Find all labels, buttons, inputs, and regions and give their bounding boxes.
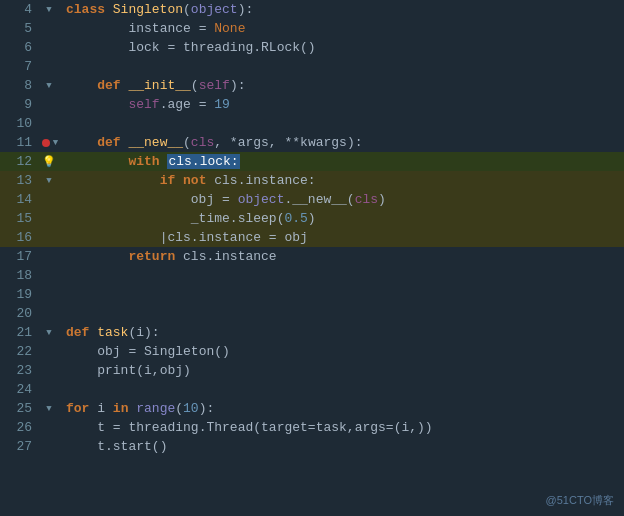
code-line-27: 27 t.start() [0,437,624,456]
code-line-5: 5 instance = None [0,19,624,38]
fold-icon-13[interactable]: ▼ [46,176,51,186]
line-num-19: 19 [0,287,38,302]
code-content-23: print(i,obj) [60,363,191,378]
gutter-13: ▼ [38,176,60,186]
code-content-19 [60,287,74,302]
line-num-8: 8 [0,78,38,93]
gutter-25: ▼ [38,404,60,414]
code-content-11: def __new__(cls, *args, **kwargs): [60,135,363,150]
gutter-8: ▼ [38,81,60,91]
code-line-11: 11 ▼ def __new__(cls, *args, **kwargs): [0,133,624,152]
gutter-12: 💡 [38,155,60,168]
code-content-4: class Singleton(object): [60,2,253,17]
line-num-16: 16 [0,230,38,245]
gutter-11: ▼ [38,138,60,148]
code-line-22: 22 obj = Singleton() [0,342,624,361]
code-line-19: 19 [0,285,624,304]
code-content-16: |cls.instance = obj [60,230,308,245]
code-line-7: 7 [0,57,624,76]
line-num-6: 6 [0,40,38,55]
line-num-20: 20 [0,306,38,321]
line-num-26: 26 [0,420,38,435]
code-editor: 4 ▼ class Singleton(object): 5 instance … [0,0,624,516]
code-line-9: 9 self.age = 19 [0,95,624,114]
code-content-21: def task(i): [60,325,160,340]
fold-icon-4[interactable]: ▼ [46,5,51,15]
code-line-23: 23 print(i,obj) [0,361,624,380]
code-content-7 [60,59,74,74]
code-line-20: 20 [0,304,624,323]
fold-icon-8[interactable]: ▼ [46,81,51,91]
code-line-16: 16 |cls.instance = obj [0,228,624,247]
code-line-17: 17 return cls.instance [0,247,624,266]
code-content-13: if not cls.instance: [60,173,316,188]
line-num-24: 24 [0,382,38,397]
code-content-24 [60,382,74,397]
debug-dot-11 [42,139,50,147]
line-num-13: 13 [0,173,38,188]
code-content-20 [60,306,74,321]
code-line-14: 14 obj = object.__new__(cls) [0,190,624,209]
code-line-25: 25 ▼ for i in range(10): [0,399,624,418]
code-content-18 [60,268,74,283]
code-content-9: self.age = 19 [60,97,230,112]
code-line-24: 24 [0,380,624,399]
line-num-4: 4 [0,2,38,17]
line-num-12: 12 [0,154,38,169]
line-num-27: 27 [0,439,38,454]
gutter-21: ▼ [38,328,60,338]
code-content-17: return cls.instance [60,249,277,264]
code-content-12: with cls.lock: [60,154,240,169]
line-num-10: 10 [0,116,38,131]
code-content-5: instance = None [60,21,245,36]
watermark: @51CTO博客 [546,493,614,508]
code-content-22: obj = Singleton() [60,344,230,359]
line-num-22: 22 [0,344,38,359]
code-content-10 [60,116,74,131]
code-line-6: 6 lock = threading.RLock() [0,38,624,57]
code-line-8: 8 ▼ def __init__(self): [0,76,624,95]
code-body: 4 ▼ class Singleton(object): 5 instance … [0,0,624,516]
code-line-4: 4 ▼ class Singleton(object): [0,0,624,19]
code-line-18: 18 [0,266,624,285]
code-line-26: 26 t = threading.Thread(target=task,args… [0,418,624,437]
line-num-17: 17 [0,249,38,264]
code-content-26: t = threading.Thread(target=task,args=(i… [60,420,433,435]
line-num-9: 9 [0,97,38,112]
line-num-15: 15 [0,211,38,226]
fold-icon-25[interactable]: ▼ [46,404,51,414]
line-num-21: 21 [0,325,38,340]
gutter-4: ▼ [38,5,60,15]
code-content-14: obj = object.__new__(cls) [60,192,386,207]
code-line-12: 12 💡 with cls.lock: [0,152,624,171]
code-line-13: 13 ▼ if not cls.instance: [0,171,624,190]
fold-icon-11[interactable]: ▼ [53,138,58,148]
line-num-18: 18 [0,268,38,283]
code-line-21: 21 ▼ def task(i): [0,323,624,342]
fold-icon-21[interactable]: ▼ [46,328,51,338]
line-num-25: 25 [0,401,38,416]
line-num-5: 5 [0,21,38,36]
code-content-6: lock = threading.RLock() [60,40,316,55]
code-content-15: _time.sleep(0.5) [60,211,316,226]
bulb-icon-12[interactable]: 💡 [42,155,56,168]
code-content-25: for i in range(10): [60,401,214,416]
code-content-27: t.start() [60,439,167,454]
line-num-23: 23 [0,363,38,378]
line-num-14: 14 [0,192,38,207]
code-line-10: 10 [0,114,624,133]
line-num-7: 7 [0,59,38,74]
line-num-11: 11 [0,135,38,150]
code-line-15: 15 _time.sleep(0.5) [0,209,624,228]
code-content-8: def __init__(self): [60,78,246,93]
